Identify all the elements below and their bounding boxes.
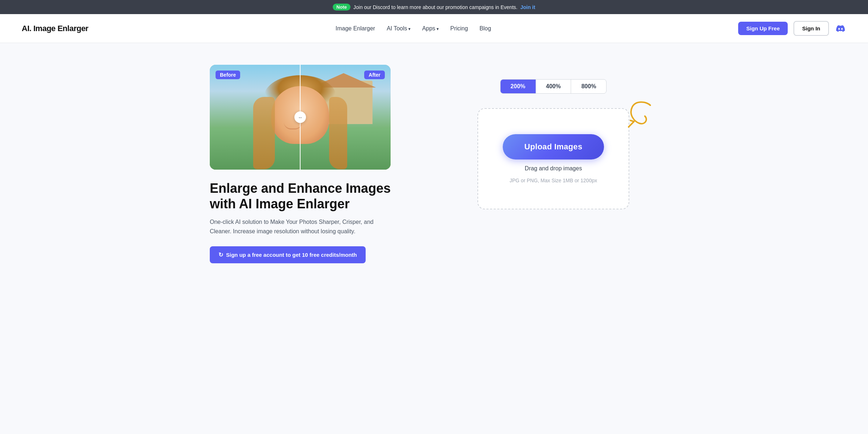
nav-item-blog[interactable]: Blog xyxy=(480,25,491,32)
nav-link-apps[interactable]: Apps xyxy=(422,25,439,31)
nav-item-apps[interactable]: Apps xyxy=(422,25,439,32)
hero-title: Enlarge and Enhance Images with AI Image… xyxy=(210,180,420,212)
scale-selector: 200% 400% 800% xyxy=(500,79,607,94)
nav-links: Image Enlarger AI Tools Apps Pricing Blo… xyxy=(336,25,491,32)
nav-item-pricing[interactable]: Pricing xyxy=(450,25,468,32)
after-badge: After xyxy=(364,71,385,79)
announcement-bar: Note Join our Discord to learn more abou… xyxy=(0,0,868,14)
navbar: AI. Image Enlarger Image Enlarger AI Too… xyxy=(0,14,868,43)
signup-button[interactable]: Sign Up Free xyxy=(738,22,788,35)
hero-subtitle: One-click AI solution to Make Your Photo… xyxy=(210,217,383,236)
upload-images-button[interactable]: Upload Images xyxy=(503,134,604,159)
nav-link-image-enlarger[interactable]: Image Enlarger xyxy=(336,25,375,31)
discord-icon[interactable] xyxy=(835,23,846,34)
before-badge: Before xyxy=(216,71,240,79)
comparison-handle[interactable]: ↔ xyxy=(294,111,306,123)
left-panel: ↔ Before After Enlarge and Enhance Image… xyxy=(210,65,420,263)
signin-button[interactable]: Sign In xyxy=(793,21,829,36)
scale-800-button[interactable]: 800% xyxy=(571,80,606,93)
drag-drop-text: Drag and drop images xyxy=(525,165,582,172)
nav-logo[interactable]: AI. Image Enlarger xyxy=(22,24,88,33)
nav-item-ai-tools[interactable]: AI Tools xyxy=(387,25,410,32)
nav-item-image-enlarger[interactable]: Image Enlarger xyxy=(336,25,375,32)
arrow-decoration xyxy=(614,98,658,134)
nav-link-ai-tools[interactable]: AI Tools xyxy=(387,25,410,31)
announcement-text: Join our Discord to learn more about our… xyxy=(353,4,518,10)
right-panel: 200% 400% 800% Upload Images Drag and dr… xyxy=(448,65,658,209)
upload-hint-text: JPG or PNG, Max Size 1MB or 1200px xyxy=(510,178,597,183)
upload-area: Upload Images Drag and drop images JPG o… xyxy=(477,108,629,209)
nav-right: Sign Up Free Sign In xyxy=(738,21,846,36)
free-signup-button[interactable]: Sign up a free account to get 10 free cr… xyxy=(210,246,366,263)
note-badge: Note xyxy=(333,4,350,10)
announcement-link[interactable]: Join it xyxy=(520,4,535,10)
main-content: ↔ Before After Enlarge and Enhance Image… xyxy=(181,43,687,285)
comparison-container: ↔ Before After xyxy=(210,65,391,170)
nav-link-pricing[interactable]: Pricing xyxy=(450,25,468,31)
scale-200-button[interactable]: 200% xyxy=(501,80,536,93)
scale-400-button[interactable]: 400% xyxy=(536,80,571,93)
nav-link-blog[interactable]: Blog xyxy=(480,25,491,31)
